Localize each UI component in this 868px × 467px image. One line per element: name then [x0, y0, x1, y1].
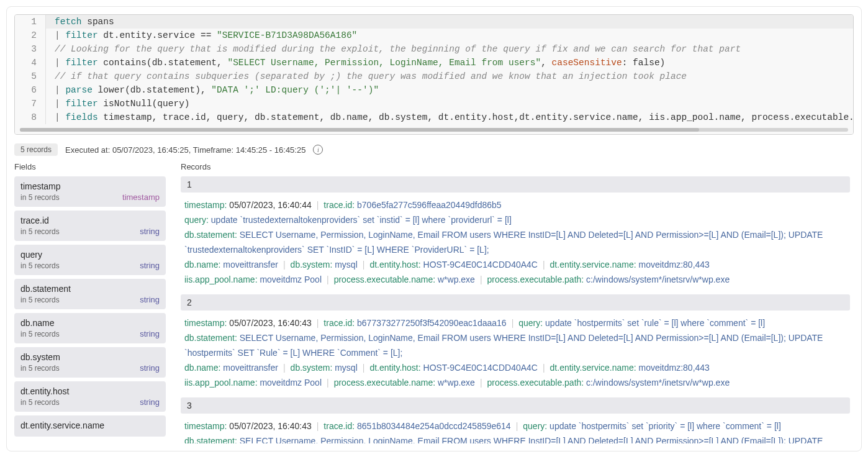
field-count: in 5 records — [20, 193, 60, 202]
field-card[interactable]: queryin 5 recordsstring — [14, 245, 166, 275]
field-card[interactable]: db.systemin 5 recordsstring — [14, 347, 166, 378]
record-value[interactable]: HOST-9C4E0C14CDD40A4C — [423, 260, 538, 270]
record-key: dt.entity.host: — [369, 260, 420, 270]
kv-separator: | — [327, 378, 329, 388]
line-number: 7 — [15, 97, 46, 111]
record-value[interactable]: mysql — [335, 363, 358, 373]
record-key: process.executable.name: — [334, 274, 435, 284]
record-card[interactable]: 2timestamp: 05/07/2023, 16:40:43|trace.i… — [181, 294, 850, 391]
kv-separator: | — [543, 363, 545, 373]
field-count: in 5 records — [20, 330, 60, 338]
code-line[interactable]: 4| filter contains(db.statement, "SELECT… — [15, 56, 853, 70]
record-key: db.name: — [184, 260, 220, 270]
field-type: string — [140, 227, 160, 236]
code-content[interactable]: | parse lower(db.statement), "DATA ';' L… — [46, 83, 853, 97]
record-value[interactable]: c:/windows/system*/inetsrv/w*wp.exe — [586, 274, 730, 284]
field-card[interactable]: trace.idin 5 recordsstring — [14, 211, 166, 241]
record-value[interactable]: SELECT Username, Permission, LoginName, … — [184, 333, 823, 358]
field-count: in 5 records — [20, 296, 60, 304]
record-key: query: — [523, 421, 547, 431]
record-value[interactable]: b706e5fa277c596ffeaa20449dfd86b5 — [357, 200, 502, 210]
code-content[interactable]: // Looking for the query that is modifie… — [46, 42, 853, 56]
record-value[interactable]: HOST-9C4E0C14CDD40A4C — [423, 363, 538, 373]
horizontal-scrollbar[interactable] — [20, 128, 848, 132]
record-key: db.system: — [291, 260, 333, 270]
record-body: timestamp: 05/07/2023, 16:40:43|trace.id… — [181, 314, 850, 391]
field-type: string — [140, 261, 160, 270]
record-value[interactable]: update `trustedexternaltokenproviders` s… — [211, 215, 512, 225]
kv-separator: | — [363, 363, 365, 373]
record-value[interactable]: c:/windows/system*/inetsrv/w*wp.exe — [586, 378, 730, 388]
fields-list[interactable]: timestampin 5 recordstimestamptrace.idin… — [14, 176, 170, 437]
kv-separator: | — [317, 318, 319, 328]
record-value[interactable]: SELECT Username, Permission, LoginName, … — [184, 230, 823, 255]
record-value[interactable]: moveitdmz Pool — [260, 274, 322, 284]
results-columns: Fields timestampin 5 recordstimestamptra… — [14, 162, 854, 443]
query-editor[interactable]: 1fetch spans2| filter dt.entity.service … — [14, 14, 854, 135]
record-number: 3 — [181, 397, 850, 414]
record-value[interactable]: moveittransfer — [223, 363, 278, 373]
record-key: query: — [518, 318, 543, 328]
code-line[interactable]: 1fetch spans — [15, 15, 853, 29]
record-value[interactable]: 8651b8034484e254a0dccd245859e614 — [357, 421, 511, 431]
line-number: 2 — [15, 29, 46, 42]
record-card[interactable]: 3timestamp: 05/07/2023, 16:40:43|trace.i… — [181, 397, 850, 443]
code-content[interactable]: | fields timestamp, trace.id, query, db.… — [46, 111, 854, 124]
field-name: timestamp — [20, 181, 160, 191]
record-card[interactable]: 1timestamp: 05/07/2023, 16:40:44|trace.i… — [181, 176, 850, 288]
record-key: db.statement: — [184, 230, 237, 240]
record-key: process.executable.path: — [487, 274, 584, 284]
record-key: trace.id: — [323, 421, 355, 431]
field-card[interactable]: db.namein 5 recordsstring — [14, 313, 166, 343]
field-card[interactable]: timestampin 5 recordstimestamp — [14, 176, 166, 207]
kv-separator: | — [283, 260, 286, 270]
record-value[interactable]: moveitdmz:80,443 — [639, 363, 710, 373]
record-value[interactable]: b677373277250f3f542090eac1daaa16 — [357, 318, 507, 328]
code-line[interactable]: 2| filter dt.entity.service == "SERVICE-… — [15, 29, 853, 42]
code-line[interactable]: 5// if that query contains subqueries (s… — [15, 70, 853, 83]
record-key: dt.entity.service.name: — [550, 260, 636, 270]
code-line[interactable]: 3// Looking for the query that is modifi… — [15, 42, 853, 56]
line-number: 4 — [15, 56, 46, 70]
record-value[interactable]: w*wp.exe — [438, 378, 475, 388]
field-name: query — [20, 250, 160, 260]
kv-separator: | — [480, 378, 482, 388]
record-number: 2 — [181, 294, 850, 311]
code-content[interactable]: | filter contains(db.statement, "SELECT … — [46, 56, 853, 70]
code-line[interactable]: 7| filter isNotNull(query) — [15, 97, 853, 111]
field-card[interactable]: dt.entity.service.name — [14, 415, 166, 437]
record-key: process.executable.name: — [334, 378, 435, 388]
record-key: db.system: — [291, 363, 333, 373]
record-value[interactable]: moveittransfer — [223, 260, 278, 270]
record-body: timestamp: 05/07/2023, 16:40:44|trace.id… — [181, 196, 850, 288]
record-key: trace.id: — [323, 200, 355, 210]
executed-at-text: Executed at: 05/07/2023, 16:45:25, Timef… — [65, 145, 305, 155]
code-line[interactable]: 8| fields timestamp, trace.id, query, db… — [15, 111, 853, 124]
record-value[interactable]: update `hostpermits` set `rule` = [l] wh… — [545, 318, 765, 328]
record-value: 05/07/2023, 16:40:43 — [229, 421, 311, 431]
record-value[interactable]: mysql — [335, 260, 358, 270]
record-value[interactable]: w*wp.exe — [438, 274, 475, 284]
record-key: db.statement: — [184, 436, 237, 443]
app-container: 1fetch spans2| filter dt.entity.service … — [6, 6, 862, 451]
records-column: Records 1timestamp: 05/07/2023, 16:40:44… — [181, 162, 854, 443]
code-content[interactable]: // if that query contains subqueries (se… — [46, 70, 853, 83]
records-list[interactable]: 1timestamp: 05/07/2023, 16:40:44|trace.i… — [181, 176, 854, 443]
field-name: dt.entity.host — [20, 386, 160, 396]
record-value[interactable]: moveitdmz Pool — [260, 378, 322, 388]
field-type: timestamp — [122, 193, 160, 202]
info-icon[interactable]: i — [313, 145, 323, 155]
field-card[interactable]: dt.entity.hostin 5 recordsstring — [14, 381, 166, 412]
field-type: string — [140, 295, 160, 304]
record-value[interactable]: moveitdmz:80,443 — [639, 260, 710, 270]
record-value[interactable]: update `hostpermits` set `priority` = [l… — [549, 421, 781, 431]
code-line[interactable]: 6| parse lower(db.statement), "DATA ';' … — [15, 83, 853, 97]
record-key: iis.app_pool.name: — [184, 274, 258, 284]
code-content[interactable]: | filter isNotNull(query) — [46, 97, 853, 111]
record-key: db.statement: — [184, 333, 237, 343]
field-card[interactable]: db.statementin 5 recordsstring — [14, 279, 166, 309]
code-content[interactable]: fetch spans — [46, 15, 853, 29]
field-type: string — [140, 397, 160, 407]
code-content[interactable]: | filter dt.entity.service == "SERVICE-B… — [46, 29, 853, 42]
record-value[interactable]: SELECT Username, Permission, LoginName, … — [184, 436, 823, 443]
